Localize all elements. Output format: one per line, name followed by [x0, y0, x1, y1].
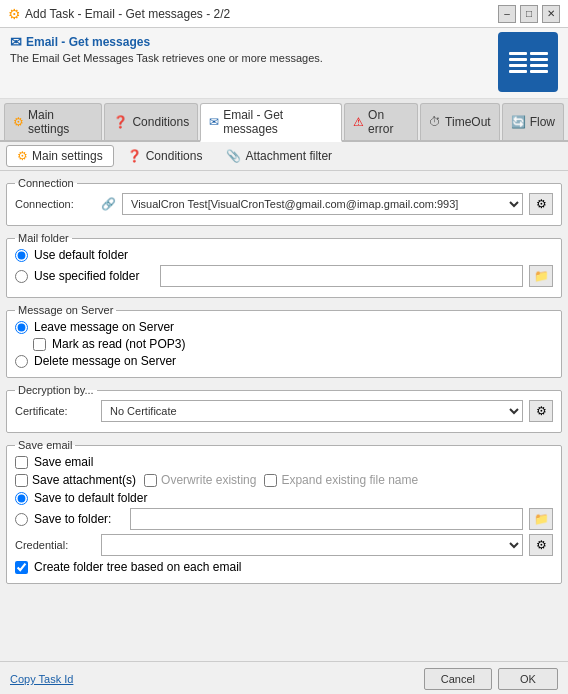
- sub-tab-main-settings[interactable]: ⚙ Main settings: [6, 145, 114, 167]
- top-tabs: ⚙ Main settings ❓ Conditions ✉ Email - G…: [0, 99, 568, 142]
- credential-browse-button[interactable]: ⚙: [529, 534, 553, 556]
- credential-browse-icon: ⚙: [536, 538, 547, 552]
- cert-browse-icon: ⚙: [536, 404, 547, 418]
- save-default-folder-label: Save to default folder: [34, 491, 147, 505]
- mark-as-read-checkbox[interactable]: [33, 338, 46, 351]
- on-error-icon: ⚠: [353, 115, 364, 129]
- connection-section: Connection Connection: 🔗 VisualCron Test…: [6, 177, 562, 226]
- save-attachments-checkbox[interactable]: [15, 474, 28, 487]
- sub-conditions-icon: ❓: [127, 149, 142, 163]
- overwrite-existing-checkbox[interactable]: [144, 474, 157, 487]
- save-folder-input[interactable]: [130, 508, 523, 530]
- minimize-button[interactable]: –: [498, 5, 516, 23]
- browse-icon: ⚙: [536, 197, 547, 211]
- sub-main-settings-icon: ⚙: [17, 149, 28, 163]
- certificate-browse-button[interactable]: ⚙: [529, 400, 553, 422]
- credential-label: Credential:: [15, 539, 95, 551]
- message-on-server-legend: Message on Server: [15, 304, 116, 316]
- overwrite-existing-label: Overwrite existing: [161, 473, 256, 487]
- tab-timeout[interactable]: ⏱ TimeOut: [420, 103, 500, 140]
- save-to-folder-radio[interactable]: [15, 513, 28, 526]
- use-default-folder-radio[interactable]: [15, 249, 28, 262]
- save-attachments-label: Save attachment(s): [32, 473, 136, 487]
- save-default-folder-radio[interactable]: [15, 492, 28, 505]
- app-header: ✉ Email - Get messages The Email Get Mes…: [0, 28, 568, 99]
- app-header-icon: [498, 32, 558, 92]
- delete-message-radio[interactable]: [15, 355, 28, 368]
- tab-flow[interactable]: 🔄 Flow: [502, 103, 564, 140]
- copy-task-id-link[interactable]: Copy Task Id: [10, 673, 73, 685]
- create-folder-tree-checkbox[interactable]: [15, 561, 28, 574]
- save-email-checkbox[interactable]: [15, 456, 28, 469]
- connection-select[interactable]: VisualCron Test[VisualCronTest@gmail.com…: [122, 193, 523, 215]
- flow-icon: 🔄: [511, 115, 526, 129]
- certificate-select[interactable]: No Certificate: [101, 400, 523, 422]
- app-header-title: ✉ Email - Get messages: [10, 34, 498, 50]
- sub-tab-conditions[interactable]: ❓ Conditions: [116, 145, 214, 167]
- use-default-folder-label: Use default folder: [34, 248, 128, 262]
- title-bar-icon: ⚙: [8, 6, 21, 22]
- credential-select[interactable]: [101, 534, 523, 556]
- leave-message-radio[interactable]: [15, 321, 28, 334]
- connection-value-icon: 🔗: [101, 197, 116, 211]
- cancel-button[interactable]: Cancel: [424, 668, 492, 690]
- title-bar: ⚙ Add Task - Email - Get messages - 2/2 …: [0, 0, 568, 28]
- decryption-section: Decryption by... Certificate: No Certifi…: [6, 384, 562, 433]
- leave-message-label: Leave message on Server: [34, 320, 174, 334]
- email-icon: ✉: [209, 115, 219, 129]
- close-button[interactable]: ✕: [542, 5, 560, 23]
- content-area: Connection Connection: 🔗 VisualCron Test…: [0, 171, 568, 661]
- tab-email-get-messages[interactable]: ✉ Email - Get messages: [200, 103, 342, 142]
- app-header-description: The Email Get Messages Task retrieves on…: [10, 52, 498, 64]
- delete-message-label: Delete message on Server: [34, 354, 176, 368]
- sub-tab-attachment-filter[interactable]: 📎 Attachment filter: [215, 145, 343, 167]
- connection-browse-button[interactable]: ⚙: [529, 193, 553, 215]
- bottom-bar: Copy Task Id Cancel OK: [0, 661, 568, 694]
- tab-on-error[interactable]: ⚠ On error: [344, 103, 418, 140]
- save-folder-browse-icon: 📁: [534, 512, 549, 526]
- sub-attachment-icon: 📎: [226, 149, 241, 163]
- use-specified-folder-radio[interactable]: [15, 270, 28, 283]
- save-email-label: Save email: [34, 455, 93, 469]
- expand-filename-checkbox[interactable]: [264, 474, 277, 487]
- decryption-legend: Decryption by...: [15, 384, 97, 396]
- connection-legend: Connection: [15, 177, 77, 189]
- tab-conditions[interactable]: ❓ Conditions: [104, 103, 198, 140]
- main-settings-icon: ⚙: [13, 115, 24, 129]
- conditions-icon: ❓: [113, 115, 128, 129]
- message-on-server-section: Message on Server Leave message on Serve…: [6, 304, 562, 378]
- mark-as-read-label: Mark as read (not POP3): [52, 337, 185, 351]
- specified-folder-input[interactable]: [160, 265, 523, 287]
- tab-main-settings[interactable]: ⚙ Main settings: [4, 103, 102, 140]
- ok-button[interactable]: OK: [498, 668, 558, 690]
- connection-label: Connection:: [15, 198, 95, 210]
- timeout-icon: ⏱: [429, 115, 441, 129]
- mail-folder-section: Mail folder Use default folder Use speci…: [6, 232, 562, 298]
- sub-tabs: ⚙ Main settings ❓ Conditions 📎 Attachmen…: [0, 142, 568, 171]
- create-folder-tree-label: Create folder tree based on each email: [34, 560, 241, 574]
- folder-browse-icon: 📁: [534, 269, 549, 283]
- save-to-folder-label: Save to folder:: [34, 512, 124, 526]
- use-specified-folder-label: Use specified folder: [34, 269, 154, 283]
- maximize-button[interactable]: □: [520, 5, 538, 23]
- expand-filename-label: Expand existing file name: [281, 473, 418, 487]
- mail-folder-legend: Mail folder: [15, 232, 72, 244]
- title-bar-text: Add Task - Email - Get messages - 2/2: [25, 7, 498, 21]
- save-email-section: Save email Save email Save attachment(s)…: [6, 439, 562, 584]
- folder-browse-button[interactable]: 📁: [529, 265, 553, 287]
- save-folder-browse-button[interactable]: 📁: [529, 508, 553, 530]
- certificate-label: Certificate:: [15, 405, 95, 417]
- save-email-legend: Save email: [15, 439, 75, 451]
